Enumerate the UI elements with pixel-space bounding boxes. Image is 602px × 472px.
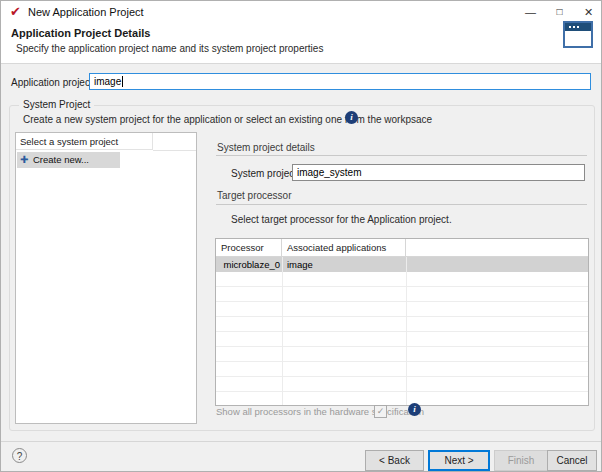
application-window-icon: [563, 21, 593, 48]
wizard-header: Application Project Details Specify the …: [1, 23, 602, 64]
list-item-create-new[interactable]: ✚ Create new...: [17, 152, 120, 168]
info-icon[interactable]: i: [345, 111, 358, 124]
section-divider: [216, 155, 587, 156]
next-button[interactable]: Next >: [428, 450, 490, 471]
target-processor-title: Target processor: [217, 190, 291, 201]
system-project-list-header: Select a system project: [16, 133, 153, 150]
plus-icon: ✚: [20, 153, 28, 167]
cell-associated-applications: image: [287, 257, 313, 272]
cancel-button[interactable]: Cancel: [547, 450, 597, 471]
app-project-name-value: image: [94, 76, 121, 87]
system-project-list-header-spacer: [153, 133, 196, 151]
system-project-description: Create a new system project for the appl…: [23, 114, 432, 125]
info-icon[interactable]: i: [408, 403, 421, 416]
system-project-list[interactable]: Select a system project ✚ Create new...: [15, 132, 197, 424]
processor-table[interactable]: Processor Associated applications microb…: [215, 238, 589, 406]
column-header-processor[interactable]: Processor: [216, 239, 282, 257]
system-project-group-label: System Project: [19, 99, 94, 110]
system-project-details-title: System project details: [217, 142, 315, 153]
table-empty-rows: [216, 272, 588, 405]
maximize-button[interactable]: □: [545, 1, 574, 23]
footer-divider: [1, 441, 602, 442]
processor-table-header[interactable]: Processor Associated applications: [216, 239, 588, 257]
show-all-processors-checkbox[interactable]: ✓: [374, 405, 387, 418]
table-row-selected[interactable]: microblaze_0 image: [216, 257, 588, 272]
text-caret: [122, 76, 123, 87]
finish-button[interactable]: Finish: [494, 450, 548, 471]
column-separator: [406, 257, 407, 405]
new-application-project-dialog: ✔ New Application Project — □ ✕ Applicat…: [0, 0, 602, 472]
title-bar[interactable]: ✔ New Application Project — □ ✕: [1, 1, 602, 23]
cell-processor: microblaze_0: [216, 257, 280, 272]
app-project-name-input[interactable]: image: [89, 73, 591, 90]
system-project-name-value: image_system: [297, 167, 361, 178]
column-separator: [282, 257, 283, 405]
section-divider: [216, 204, 587, 205]
column-header-associated-applications[interactable]: Associated applications: [282, 239, 406, 257]
page-subtitle: Specify the application project name and…: [16, 43, 323, 54]
back-button[interactable]: < Back: [365, 450, 424, 471]
system-project-name-input[interactable]: image_system: [292, 164, 585, 181]
help-button[interactable]: ?: [12, 448, 27, 463]
minimize-button[interactable]: —: [516, 1, 545, 23]
xilinx-logo-icon: ✔: [10, 4, 21, 20]
window-title: New Application Project: [28, 6, 144, 18]
target-processor-hint: Select target processor for the Applicat…: [231, 214, 452, 225]
close-button[interactable]: ✕: [574, 1, 602, 23]
page-title: Application Project Details: [11, 27, 150, 39]
list-item-label: Create new...: [33, 154, 89, 165]
show-all-processors-label: Show all processors in the hardware spec…: [216, 406, 424, 417]
